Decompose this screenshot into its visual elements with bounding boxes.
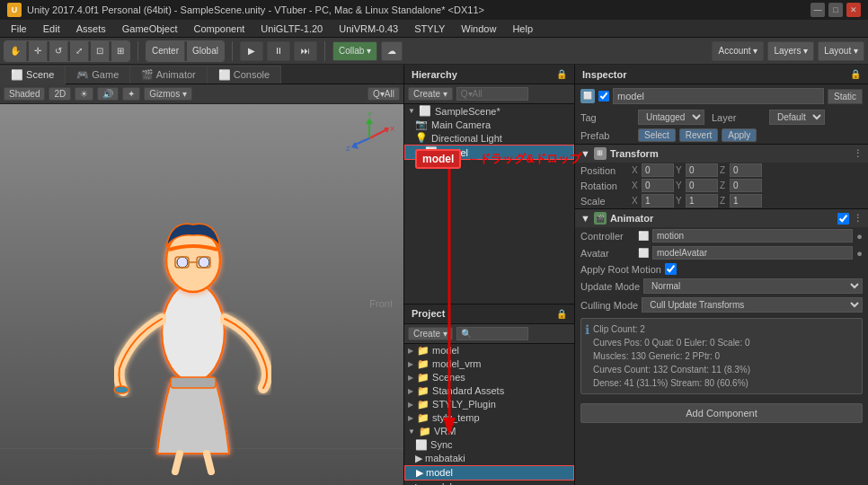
active-checkbox[interactable]: [598, 91, 609, 101]
maximize-button[interactable]: □: [828, 3, 843, 17]
menu-item-unigltf-1.20[interactable]: UniGLTF-1.20: [253, 22, 330, 36]
position-x: X: [632, 163, 674, 177]
apply-button[interactable]: Apply: [722, 128, 757, 142]
minimize-button[interactable]: —: [810, 3, 825, 17]
scene-viewport[interactable]: X Y Z Front: [0, 104, 403, 485]
project-create-button[interactable]: Create ▾: [408, 327, 453, 340]
tag-dropdown[interactable]: Untagged: [638, 110, 704, 125]
rotate-tool[interactable]: ↺: [49, 41, 68, 61]
menu-item-edit[interactable]: Edit: [36, 22, 67, 36]
play-button[interactable]: ▶: [240, 41, 263, 61]
transform-menu-icon[interactable]: ⋮: [853, 148, 863, 160]
select-button[interactable]: Select: [638, 128, 676, 142]
proj-item-scenes[interactable]: ▶ 📁 Scenes: [404, 371, 574, 384]
hier-item-samplescene[interactable]: ▼ ⬜ SampleScene*: [404, 104, 574, 118]
controller-dot[interactable]: ●: [856, 231, 863, 242]
menu-item-gameobject[interactable]: GameObject: [115, 22, 185, 36]
position-row: Position X Y Z: [575, 163, 868, 178]
scale-x-field[interactable]: [642, 194, 674, 207]
transform-tool[interactable]: ⊞: [111, 41, 129, 61]
hier-item-directionallight[interactable]: 💡 Directional Light: [404, 131, 574, 145]
proj-item-sync[interactable]: ⬜ Sync: [404, 438, 574, 452]
position-y-field[interactable]: [686, 163, 718, 177]
move-tool[interactable]: ✛: [29, 41, 48, 61]
rect-tool[interactable]: ⊡: [91, 41, 110, 61]
add-component-button[interactable]: Add Component: [580, 403, 863, 423]
scene-toolbar: Shaded 2D ☀ 🔊 ✦ Gizmos ▾ Q▾All: [0, 84, 403, 104]
scale-y-field[interactable]: [686, 194, 718, 207]
proj-item-styly-plugin[interactable]: ▶ 📁 STYLY_Plugin: [404, 398, 574, 411]
proj-item-model[interactable]: ▶ 📁 model: [404, 344, 574, 357]
avatar-dot[interactable]: ●: [856, 248, 863, 259]
center-button[interactable]: Center: [146, 41, 185, 61]
animation-info-text: Clip Count: 2 Curves Pos: 0 Quat: 0 Eule…: [593, 322, 750, 390]
pause-button[interactable]: ⏸: [267, 41, 290, 61]
apply-root-motion-checkbox[interactable]: [665, 263, 677, 275]
proj-item-mabataki[interactable]: ▶ mabataki: [404, 452, 574, 465]
project-lock[interactable]: 🔒: [556, 309, 567, 319]
account-button[interactable]: Account ▾: [712, 41, 764, 61]
model-name-field[interactable]: [613, 88, 824, 104]
scale-label: Scale: [580, 196, 630, 207]
global-button[interactable]: Global: [187, 41, 224, 61]
collab-button[interactable]: Collab ▾: [332, 41, 377, 61]
inspector-lock[interactable]: 🔒: [850, 69, 861, 79]
layout-button[interactable]: Layout ▾: [818, 41, 864, 61]
close-button[interactable]: ✕: [846, 3, 861, 17]
menu-item-univrm-0.43[interactable]: UniVRM-0.43: [332, 22, 405, 36]
hier-item-model[interactable]: ▶ ⬜ model: [404, 145, 574, 160]
layers-button[interactable]: Layers ▾: [767, 41, 814, 61]
menu-item-component[interactable]: Component: [186, 22, 252, 36]
proj-item-standard-assets[interactable]: ▶ 📁 Standard Assets: [404, 384, 574, 398]
menu-item-help[interactable]: Help: [505, 22, 540, 36]
proj-item-model-vrm2[interactable]: ▶ model_vrm: [404, 481, 574, 486]
svg-line-11: [369, 129, 387, 138]
animator-header[interactable]: ▼ 🎬 Animator ⋮: [575, 208, 868, 227]
menu-item-assets[interactable]: Assets: [69, 22, 113, 36]
shaded-button[interactable]: Shaded: [4, 87, 45, 101]
rotation-y-field[interactable]: [686, 179, 718, 192]
2d-button[interactable]: 2D: [49, 87, 71, 101]
fx-button[interactable]: ✦: [122, 87, 140, 101]
scale-tool[interactable]: ⤢: [70, 41, 89, 61]
rotation-x-field[interactable]: [642, 179, 674, 192]
scale-z-field[interactable]: [730, 194, 762, 207]
avatar-field[interactable]: [652, 246, 853, 260]
item-label: 📁 Standard Assets: [417, 385, 504, 397]
project-search[interactable]: [456, 327, 528, 340]
layer-dropdown[interactable]: Default: [769, 110, 825, 125]
menu-item-styly[interactable]: STYLY: [407, 22, 452, 36]
rotation-z-field[interactable]: [730, 179, 762, 192]
search-scene-button[interactable]: Q▾All: [368, 87, 400, 101]
tab-console[interactable]: ⬜ Console: [208, 66, 281, 84]
animator-enabled-checkbox[interactable]: [837, 213, 849, 225]
transform-header[interactable]: ▼ ⊞ Transform ⋮: [575, 144, 868, 163]
position-z-field[interactable]: [730, 163, 762, 177]
menu-item-window[interactable]: Window: [454, 22, 503, 36]
position-x-field[interactable]: [642, 163, 674, 177]
proj-item-model-selected[interactable]: ▶ model: [404, 465, 574, 481]
audio-button[interactable]: 🔊: [97, 87, 119, 101]
tab-game[interactable]: 🎮 Game: [66, 66, 130, 84]
gizmos-button[interactable]: Gizmos ▾: [144, 87, 192, 101]
tab-scene[interactable]: ⬜ Scene: [0, 66, 66, 84]
cloud-button[interactable]: ☁: [381, 41, 403, 61]
update-mode-dropdown[interactable]: Normal: [643, 278, 863, 294]
revert-button[interactable]: Revert: [679, 128, 718, 142]
hierarchy-lock[interactable]: 🔒: [556, 69, 567, 79]
animator-menu-icon[interactable]: ⋮: [853, 213, 863, 225]
tab-animator[interactable]: 🎬 Animator: [130, 66, 207, 84]
menu-item-file[interactable]: File: [4, 22, 34, 36]
hierarchy-create-button[interactable]: Create ▾: [408, 87, 453, 101]
sun-icon[interactable]: ☀: [75, 87, 93, 101]
step-button[interactable]: ⏭: [294, 41, 317, 61]
controller-field[interactable]: [652, 229, 853, 242]
proj-item-styly-temp[interactable]: ▶ 📁 styly_temp: [404, 411, 574, 425]
hierarchy-search[interactable]: [456, 87, 528, 101]
proj-item-model-vrm[interactable]: ▶ 📁 model_vrm: [404, 357, 574, 371]
hand-tool[interactable]: ✋: [4, 41, 27, 61]
hier-item-maincamera[interactable]: 📷 Main Camera: [404, 118, 574, 131]
proj-item-vrm[interactable]: ▼ 📁 VRM: [404, 425, 574, 438]
culling-mode-dropdown[interactable]: Cull Update Transforms: [642, 297, 863, 313]
static-button[interactable]: Static: [828, 89, 863, 104]
